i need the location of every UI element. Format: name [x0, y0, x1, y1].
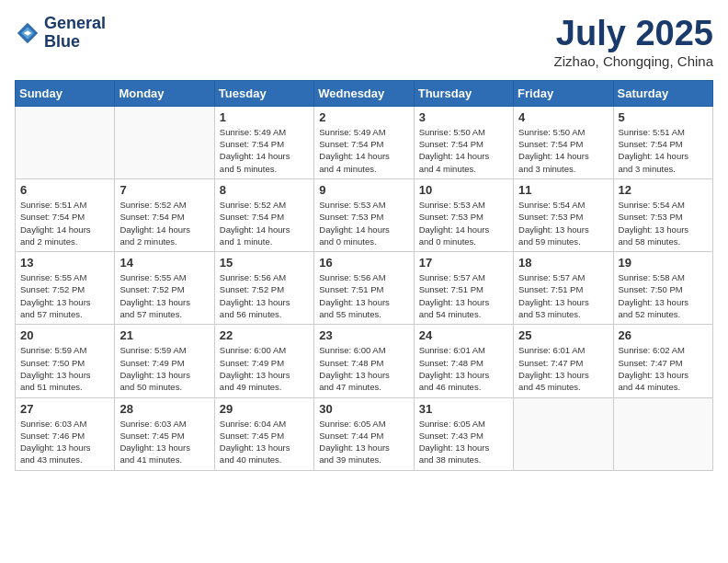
day-info: Sunrise: 6:02 AM Sunset: 7:47 PM Dayligh…: [619, 344, 708, 393]
title-block: July 2025 Zizhao, Chongqing, China: [554, 15, 713, 69]
day-info: Sunrise: 5:53 AM Sunset: 7:53 PM Dayligh…: [319, 199, 408, 247]
day-number: 16: [319, 256, 408, 270]
calendar-cell: 25Sunrise: 6:01 AM Sunset: 7:47 PM Dayli…: [514, 325, 613, 397]
day-number: 14: [119, 256, 209, 270]
calendar-cell: [16, 106, 115, 178]
month-title: July 2025: [554, 15, 713, 53]
calendar-week-row: 1Sunrise: 5:49 AM Sunset: 7:54 PM Daylig…: [16, 106, 713, 178]
day-number: 24: [419, 328, 508, 342]
calendar-cell: 5Sunrise: 5:51 AM Sunset: 7:54 PM Daylig…: [613, 106, 712, 178]
day-number: 7: [119, 183, 209, 197]
calendar-cell: 14Sunrise: 5:55 AM Sunset: 7:52 PM Dayli…: [115, 252, 214, 325]
calendar-table: SundayMondayTuesdayWednesdayThursdayFrid…: [15, 80, 713, 471]
day-number: 23: [319, 328, 408, 342]
logo: General Blue: [15, 15, 106, 52]
day-info: Sunrise: 5:59 AM Sunset: 7:50 PM Dayligh…: [20, 344, 109, 393]
day-info: Sunrise: 6:05 AM Sunset: 7:43 PM Dayligh…: [419, 418, 508, 466]
day-number: 20: [20, 328, 109, 342]
day-info: Sunrise: 6:03 AM Sunset: 7:45 PM Dayligh…: [119, 418, 209, 466]
day-number: 17: [419, 256, 508, 270]
day-number: 28: [119, 402, 209, 416]
day-number: 31: [419, 402, 508, 416]
day-number: 25: [518, 328, 608, 342]
calendar-week-row: 13Sunrise: 5:55 AM Sunset: 7:52 PM Dayli…: [16, 252, 713, 325]
calendar-cell: 29Sunrise: 6:04 AM Sunset: 7:45 PM Dayli…: [214, 397, 313, 470]
calendar-week-row: 20Sunrise: 5:59 AM Sunset: 7:50 PM Dayli…: [16, 325, 713, 397]
day-info: Sunrise: 5:57 AM Sunset: 7:51 PM Dayligh…: [518, 271, 608, 320]
weekday-header-thursday: Thursday: [414, 80, 513, 106]
day-info: Sunrise: 6:01 AM Sunset: 7:47 PM Dayligh…: [518, 344, 608, 393]
calendar-cell: 19Sunrise: 5:58 AM Sunset: 7:50 PM Dayli…: [613, 252, 712, 325]
calendar-cell: 17Sunrise: 5:57 AM Sunset: 7:51 PM Dayli…: [414, 252, 513, 325]
day-number: 21: [119, 328, 209, 342]
calendar-cell: 13Sunrise: 5:55 AM Sunset: 7:52 PM Dayli…: [16, 252, 115, 325]
day-number: 11: [518, 183, 608, 197]
day-info: Sunrise: 5:55 AM Sunset: 7:52 PM Dayligh…: [119, 271, 209, 320]
day-number: 13: [20, 256, 109, 270]
page-header: General Blue July 2025 Zizhao, Chongqing…: [15, 15, 713, 69]
weekday-header-row: SundayMondayTuesdayWednesdayThursdayFrid…: [16, 80, 713, 106]
day-info: Sunrise: 6:00 AM Sunset: 7:48 PM Dayligh…: [319, 344, 408, 393]
day-number: 18: [518, 256, 608, 270]
day-number: 6: [20, 183, 109, 197]
calendar-cell: 18Sunrise: 5:57 AM Sunset: 7:51 PM Dayli…: [514, 252, 613, 325]
weekday-header-saturday: Saturday: [613, 80, 712, 106]
logo-icon: [15, 20, 40, 46]
day-info: Sunrise: 5:50 AM Sunset: 7:54 PM Dayligh…: [518, 126, 608, 175]
day-number: 2: [319, 110, 408, 124]
day-number: 30: [319, 402, 408, 416]
day-info: Sunrise: 6:00 AM Sunset: 7:49 PM Dayligh…: [220, 344, 309, 393]
day-info: Sunrise: 5:59 AM Sunset: 7:49 PM Dayligh…: [119, 344, 209, 393]
calendar-cell: 6Sunrise: 5:51 AM Sunset: 7:54 PM Daylig…: [16, 178, 115, 251]
day-number: 22: [220, 328, 309, 342]
day-number: 1: [220, 110, 309, 124]
calendar-cell: [514, 397, 613, 470]
calendar-cell: 31Sunrise: 6:05 AM Sunset: 7:43 PM Dayli…: [414, 397, 513, 470]
day-info: Sunrise: 6:03 AM Sunset: 7:46 PM Dayligh…: [20, 418, 109, 466]
location-subtitle: Zizhao, Chongqing, China: [554, 53, 713, 69]
weekday-header-sunday: Sunday: [16, 80, 115, 106]
calendar-cell: 4Sunrise: 5:50 AM Sunset: 7:54 PM Daylig…: [514, 106, 613, 178]
calendar-cell: 16Sunrise: 5:56 AM Sunset: 7:51 PM Dayli…: [314, 252, 414, 325]
day-number: 27: [20, 402, 109, 416]
day-info: Sunrise: 5:53 AM Sunset: 7:53 PM Dayligh…: [419, 199, 508, 247]
calendar-week-row: 27Sunrise: 6:03 AM Sunset: 7:46 PM Dayli…: [16, 397, 713, 470]
day-info: Sunrise: 5:49 AM Sunset: 7:54 PM Dayligh…: [319, 126, 408, 175]
day-number: 29: [220, 402, 309, 416]
logo-text: General Blue: [44, 15, 106, 52]
calendar-cell: 10Sunrise: 5:53 AM Sunset: 7:53 PM Dayli…: [414, 178, 513, 251]
day-number: 12: [619, 183, 708, 197]
day-number: 3: [419, 110, 508, 124]
day-info: Sunrise: 5:58 AM Sunset: 7:50 PM Dayligh…: [619, 271, 708, 320]
calendar-week-row: 6Sunrise: 5:51 AM Sunset: 7:54 PM Daylig…: [16, 178, 713, 251]
calendar-cell: 11Sunrise: 5:54 AM Sunset: 7:53 PM Dayli…: [514, 178, 613, 251]
weekday-header-wednesday: Wednesday: [314, 80, 414, 106]
day-info: Sunrise: 6:04 AM Sunset: 7:45 PM Dayligh…: [220, 418, 309, 466]
calendar-cell: 15Sunrise: 5:56 AM Sunset: 7:52 PM Dayli…: [214, 252, 313, 325]
day-number: 5: [619, 110, 708, 124]
calendar-cell: 30Sunrise: 6:05 AM Sunset: 7:44 PM Dayli…: [314, 397, 414, 470]
day-info: Sunrise: 5:49 AM Sunset: 7:54 PM Dayligh…: [220, 126, 309, 175]
calendar-cell: 21Sunrise: 5:59 AM Sunset: 7:49 PM Dayli…: [115, 325, 214, 397]
weekday-header-monday: Monday: [115, 80, 214, 106]
day-info: Sunrise: 5:55 AM Sunset: 7:52 PM Dayligh…: [20, 271, 109, 320]
calendar-cell: 22Sunrise: 6:00 AM Sunset: 7:49 PM Dayli…: [214, 325, 313, 397]
calendar-cell: 24Sunrise: 6:01 AM Sunset: 7:48 PM Dayli…: [414, 325, 513, 397]
day-number: 8: [220, 183, 309, 197]
calendar-cell: 23Sunrise: 6:00 AM Sunset: 7:48 PM Dayli…: [314, 325, 414, 397]
calendar-cell: [613, 397, 712, 470]
day-info: Sunrise: 5:57 AM Sunset: 7:51 PM Dayligh…: [419, 271, 508, 320]
calendar-cell: 3Sunrise: 5:50 AM Sunset: 7:54 PM Daylig…: [414, 106, 513, 178]
day-number: 9: [319, 183, 408, 197]
day-info: Sunrise: 5:51 AM Sunset: 7:54 PM Dayligh…: [20, 199, 109, 247]
day-number: 10: [419, 183, 508, 197]
day-info: Sunrise: 5:52 AM Sunset: 7:54 PM Dayligh…: [220, 199, 309, 247]
calendar-cell: 26Sunrise: 6:02 AM Sunset: 7:47 PM Dayli…: [613, 325, 712, 397]
calendar-cell: 2Sunrise: 5:49 AM Sunset: 7:54 PM Daylig…: [314, 106, 414, 178]
day-number: 4: [518, 110, 608, 124]
day-info: Sunrise: 6:05 AM Sunset: 7:44 PM Dayligh…: [319, 418, 408, 466]
day-info: Sunrise: 5:50 AM Sunset: 7:54 PM Dayligh…: [419, 126, 508, 175]
day-number: 26: [619, 328, 708, 342]
calendar-cell: 12Sunrise: 5:54 AM Sunset: 7:53 PM Dayli…: [613, 178, 712, 251]
day-number: 15: [220, 256, 309, 270]
